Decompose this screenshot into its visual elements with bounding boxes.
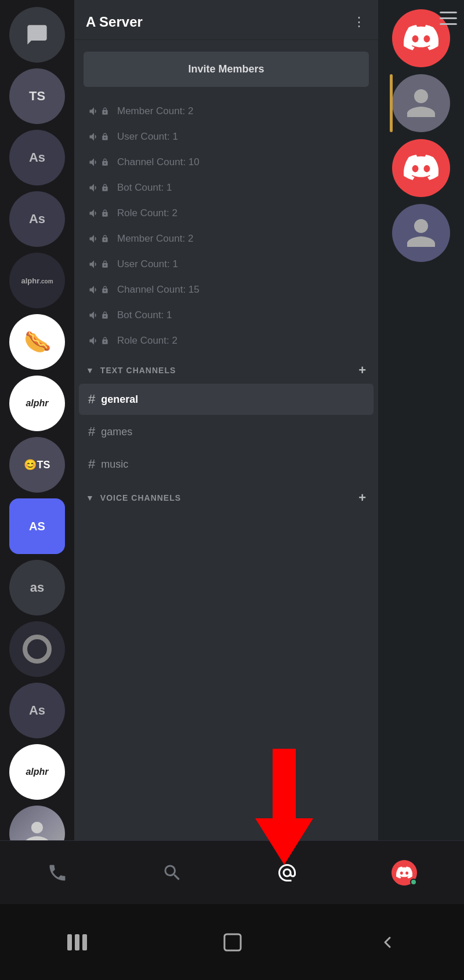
- stat-icon-6: [88, 233, 109, 245]
- svg-rect-5: [75, 934, 79, 950]
- android-menu-button[interactable]: [67, 934, 87, 950]
- nav-mention-button[interactable]: [265, 857, 309, 889]
- sidebar-item-alphr2[interactable]: alphr: [9, 744, 65, 800]
- stat-role-count-1: Role Count: 2: [74, 201, 378, 226]
- stat-icon-3: [88, 156, 109, 168]
- stat-icon-8: [88, 284, 109, 296]
- svg-rect-2: [440, 23, 457, 25]
- stat-icon-9: [88, 309, 109, 321]
- stat-icon-1: [88, 105, 109, 117]
- stats-list: Member Count: 2 User Count: 1 Channel Co…: [74, 99, 378, 354]
- stat-icon-7: [88, 258, 109, 270]
- gold-bar: [390, 74, 393, 132]
- svg-rect-4: [67, 934, 72, 950]
- channel-games[interactable]: # games: [79, 416, 374, 447]
- right-panel: [378, 0, 464, 904]
- android-navigation-bar: [0, 904, 464, 980]
- sidebar-item-alphr[interactable]: alphr: [9, 376, 65, 431]
- android-home-button[interactable]: [222, 932, 243, 953]
- hamburger-menu-button[interactable]: [440, 12, 457, 30]
- sidebar-item-as-dark[interactable]: as: [9, 560, 65, 615]
- channel-general[interactable]: # general: [79, 384, 374, 415]
- server-sidebar: TS As As alphr.com 🌭 alphr 😊TS AS as As …: [0, 0, 74, 904]
- sidebar-item-dm[interactable]: [9, 7, 65, 63]
- sidebar-item-ts[interactable]: TS: [9, 68, 65, 124]
- sidebar-item-as-active[interactable]: AS: [9, 498, 65, 554]
- invite-members-button[interactable]: Invite Members: [84, 52, 369, 87]
- voice-channels-label: VOICE CHANNELS: [100, 493, 181, 502]
- stat-bot-count-2: Bot Count: 1: [74, 303, 378, 328]
- stat-channel-count-1: Channel Count: 10: [74, 150, 378, 175]
- svg-rect-6: [82, 934, 87, 950]
- sidebar-item-as2[interactable]: As: [9, 191, 65, 247]
- sidebar-item-circle[interactable]: [9, 621, 65, 677]
- sidebar-item-ts-emoji[interactable]: 😊TS: [9, 437, 65, 493]
- text-channels-chevron: ▼: [86, 366, 95, 375]
- svg-rect-1: [440, 17, 457, 19]
- sidebar-item-as3[interactable]: As: [9, 683, 65, 738]
- text-channels-label: TEXT CHANNELS: [100, 366, 176, 375]
- stat-member-count-1: Member Count: 2: [74, 99, 378, 124]
- sidebar-item-bread[interactable]: 🌭: [9, 314, 65, 370]
- nav-calls-button[interactable]: [35, 857, 79, 889]
- text-channels-section-header[interactable]: ▼ TEXT CHANNELS +: [74, 354, 378, 382]
- stat-role-count-2: Role Count: 2: [74, 328, 378, 354]
- stat-bot-count-1: Bot Count: 1: [74, 175, 378, 201]
- channel-name-music: music: [101, 458, 128, 471]
- main-panel: A Server ⋮ Invite Members Member Count: …: [74, 0, 378, 904]
- channel-music[interactable]: # music: [79, 449, 374, 480]
- server-title: A Server: [86, 14, 143, 30]
- server-header: A Server ⋮: [74, 0, 378, 40]
- member-avatar-person2[interactable]: [392, 204, 450, 262]
- stat-icon-2: [88, 131, 109, 143]
- member-avatar-person1[interactable]: [392, 74, 450, 132]
- hash-icon-games: #: [88, 424, 95, 439]
- header-menu-button[interactable]: ⋮: [353, 14, 367, 30]
- sidebar-item-alphr-com[interactable]: alphr.com: [9, 253, 65, 308]
- channel-name-general: general: [101, 394, 138, 406]
- stat-user-count-1: User Count: 1: [74, 124, 378, 150]
- stat-channel-count-2: Channel Count: 15: [74, 277, 378, 303]
- svg-rect-0: [440, 12, 457, 13]
- nav-profile-button[interactable]: [380, 854, 429, 891]
- add-voice-channel-button[interactable]: +: [358, 490, 367, 505]
- svg-rect-7: [224, 934, 241, 950]
- stat-icon-4: [88, 182, 109, 194]
- stat-icon-5: [88, 207, 109, 219]
- add-text-channel-button[interactable]: +: [358, 363, 367, 378]
- stat-member-count-2: Member Count: 2: [74, 226, 378, 252]
- stat-user-count-2: User Count: 1: [74, 252, 378, 277]
- sidebar-item-as1[interactable]: As: [9, 130, 65, 185]
- hash-icon-general: #: [88, 392, 95, 407]
- voice-channels-chevron: ▼: [86, 493, 95, 502]
- hash-icon-music: #: [88, 457, 95, 472]
- android-back-button[interactable]: [378, 933, 397, 952]
- channel-name-games: games: [101, 426, 132, 438]
- voice-channels-section-header[interactable]: ▼ VOICE CHANNELS +: [74, 481, 378, 510]
- stat-icon-10: [88, 335, 109, 347]
- bottom-navigation: [0, 840, 464, 904]
- member-avatar-discord2[interactable]: [392, 139, 450, 197]
- nav-search-button[interactable]: [150, 857, 194, 889]
